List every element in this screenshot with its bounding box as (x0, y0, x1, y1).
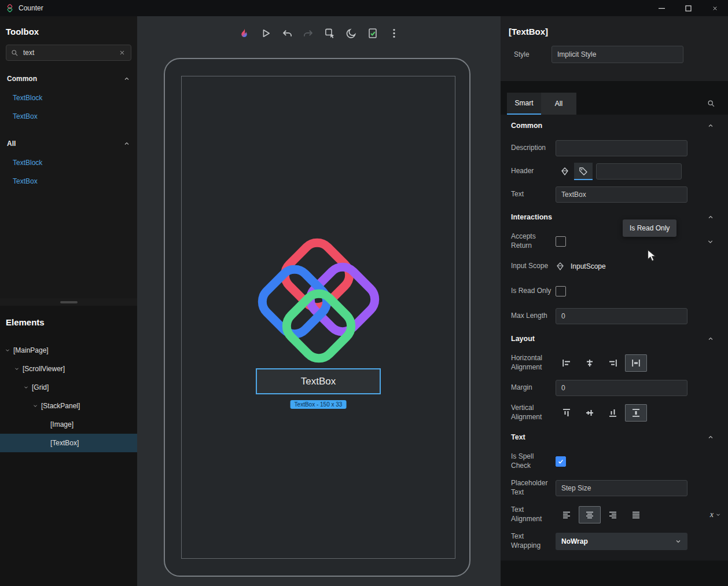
row-text-alignment: Text Alignment x (501, 501, 728, 528)
text-wrapping-dropdown[interactable]: NoWrap (556, 533, 687, 550)
halign-center-button[interactable] (579, 354, 601, 372)
chevron-down-icon[interactable] (5, 347, 10, 353)
clear-search-icon[interactable] (119, 49, 126, 56)
section-common[interactable]: Common (501, 115, 728, 137)
is-spell-check-checkbox[interactable] (556, 456, 566, 467)
align-bottom-icon (608, 408, 617, 417)
theme-toggle-moon-icon[interactable] (344, 25, 359, 41)
app-preview-logo (248, 233, 387, 372)
row-description: Description (501, 137, 728, 160)
text-align-justify-icon (631, 510, 641, 519)
section-interactions[interactable]: Interactions (501, 206, 728, 228)
undo-icon[interactable] (280, 25, 295, 41)
toolbox-panel: Toolbox Common TextBlock TextBox All Tex… (0, 16, 137, 298)
chevron-up-icon (123, 140, 130, 147)
play-icon[interactable] (258, 25, 273, 41)
halign-stretch-button[interactable] (625, 354, 647, 372)
close-button[interactable] (701, 0, 728, 16)
tree-item-image[interactable]: [Image] (0, 415, 137, 434)
is-read-only-checkbox[interactable] (556, 286, 566, 296)
text-alignment-binding-selector[interactable]: x (710, 510, 721, 519)
maximize-button[interactable] (675, 0, 701, 16)
description-input[interactable] (556, 140, 687, 156)
section-text[interactable]: Text (501, 426, 728, 448)
changes-check-icon[interactable] (365, 25, 380, 41)
toolbox-item-textblock-all[interactable]: TextBlock (0, 153, 137, 172)
design-canvas[interactable]: TextBox TextBox - 150 x 33 (137, 16, 501, 586)
text-align-right-button[interactable] (602, 506, 624, 523)
margin-input[interactable] (556, 380, 687, 396)
more-kebab-icon[interactable] (387, 25, 402, 41)
chevron-down-icon (675, 538, 682, 545)
toolbox-item-textbox[interactable]: TextBox (0, 107, 137, 126)
text-input[interactable] (556, 186, 687, 203)
row-is-spell-check: Is Spell Check (501, 448, 728, 475)
redo-icon[interactable] (301, 25, 316, 41)
align-stretch-icon (631, 358, 641, 368)
align-middle-icon (585, 408, 594, 417)
input-scope-value[interactable]: InputScope (571, 262, 606, 270)
search-icon (11, 49, 19, 57)
section-layout[interactable]: Layout (501, 328, 728, 350)
text-align-left-button[interactable] (556, 506, 578, 523)
valign-top-button[interactable] (556, 404, 578, 422)
properties-inspector: [TextBox] Style Smart All Common Descr (501, 16, 728, 586)
properties-search-icon[interactable] (707, 100, 715, 108)
header-input[interactable] (596, 163, 682, 180)
chevron-up-icon (707, 122, 714, 129)
toolbox-item-textblock[interactable]: TextBlock (0, 89, 137, 107)
row-text-wrapping: Text Wrapping NoWrap (501, 528, 728, 555)
row-max-length: Max Length (501, 305, 728, 328)
chevron-down-icon[interactable] (32, 403, 38, 409)
tree-item-scrollviewer[interactable]: [ScrollViewer] (0, 360, 137, 378)
chevron-up-icon (707, 335, 714, 342)
toolbox-section-common[interactable]: Common (0, 69, 137, 89)
max-length-input[interactable] (556, 308, 687, 324)
tab-smart[interactable]: Smart (507, 93, 541, 115)
tree-item-stackpanel[interactable]: [StackPanel] (0, 397, 137, 415)
valign-stretch-button[interactable] (625, 404, 647, 422)
placeholder-text-input[interactable] (556, 480, 687, 496)
toolbox-search-input[interactable] (23, 49, 119, 57)
text-align-left-icon (562, 510, 571, 519)
chevron-down-icon (715, 512, 721, 518)
gem-icon (560, 167, 569, 176)
device-frame: TextBox TextBox - 150 x 33 (164, 58, 470, 577)
row-is-read-only: Is Read Only (501, 278, 728, 305)
toolbox-search[interactable] (6, 45, 131, 61)
row-placeholder-text: Placeholder Text (501, 475, 728, 501)
window-title: Counter (19, 4, 43, 12)
text-align-justify-button[interactable] (625, 506, 647, 523)
row-header: Header (501, 160, 728, 183)
selected-textbox-element[interactable]: TextBox (256, 368, 381, 394)
chevron-down-icon[interactable] (14, 366, 20, 372)
toolbox-item-textbox-all[interactable]: TextBox (0, 172, 137, 191)
toolbox-section-all[interactable]: All (0, 134, 137, 153)
mouse-cursor (647, 249, 657, 263)
valign-bottom-button[interactable] (602, 404, 624, 422)
element-picker-icon[interactable] (322, 25, 337, 41)
chevron-down-icon[interactable] (707, 238, 714, 246)
tree-item-mainpage[interactable]: [MainPage] (0, 341, 137, 360)
minimize-button[interactable] (648, 0, 675, 16)
halign-left-button[interactable] (556, 354, 578, 372)
chevron-down-icon[interactable] (23, 384, 29, 390)
header-binding-button[interactable] (556, 163, 574, 180)
header-literal-button[interactable] (574, 163, 593, 180)
tree-item-textbox[interactable]: [TextBox] (0, 434, 137, 452)
halign-right-button[interactable] (602, 354, 624, 372)
align-left-icon (562, 358, 571, 368)
tree-item-grid[interactable]: [Grid] (0, 378, 137, 397)
hot-reload-flame-icon[interactable] (237, 25, 252, 41)
chevron-up-icon (123, 75, 130, 82)
panel-resize-handle[interactable] (0, 298, 137, 306)
valign-center-button[interactable] (579, 404, 601, 422)
inspector-content: Common Description Header Text (501, 115, 728, 561)
text-align-center-button[interactable] (579, 506, 601, 523)
elements-title: Elements (0, 306, 137, 341)
style-input[interactable] (551, 46, 683, 63)
tab-all[interactable]: All (541, 93, 576, 115)
gem-icon[interactable] (556, 262, 565, 271)
tag-icon (579, 166, 588, 175)
accepts-return-checkbox[interactable] (556, 236, 566, 247)
